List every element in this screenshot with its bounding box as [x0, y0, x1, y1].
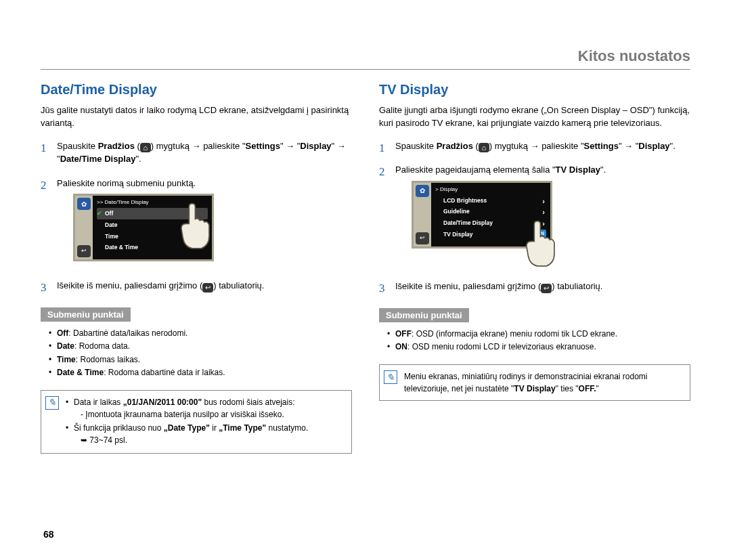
text: : Rodomas laikas. [76, 355, 140, 364]
step-2: Palieskite norimą submeniu punktą. >> Da… [41, 177, 352, 269]
step-2: Palieskite pageidaujamą elementą šalia "… [379, 163, 690, 269]
text: LCD Brightness [443, 197, 487, 204]
note-box: ✎ Data ir laikas „01/JAN/2011 00:00" bus… [41, 390, 352, 454]
back-icon [202, 283, 213, 293]
text: Spauskite [395, 141, 437, 151]
text: ON [395, 342, 407, 351]
device-screenshot: >> Date/Time Display ✔Off Date Time Date… [73, 194, 242, 268]
step-1: Spauskite Pradžios () mygtuką → palieski… [41, 139, 352, 166]
note-box: ✎ Meniu ekranas, miniatiūrų rodinys ir d… [379, 364, 690, 401]
home-icon [479, 143, 489, 152]
step-3: Išeikite iš meniu, paliesdami grįžimo ()… [41, 279, 352, 293]
text: " [596, 384, 599, 393]
gear-icon [77, 198, 91, 210]
list-item: OFF: OSD (informacija ekrane) meniu rodo… [387, 328, 690, 341]
text: Date & Time [57, 368, 104, 377]
text: : Rodoma dabartinė data ir laikas. [104, 368, 225, 377]
text: ) mygtuką [489, 141, 531, 151]
submenu-heading: Submeniu punktai [379, 308, 469, 322]
text: Display [300, 141, 331, 151]
arrow-icon: → [192, 141, 201, 151]
text: Pradžios [98, 141, 135, 151]
text: TV Display [514, 384, 555, 393]
text: Time [57, 355, 76, 364]
device-row: Guideline› [435, 206, 546, 217]
back-icon [77, 245, 91, 257]
back-icon [416, 232, 429, 244]
text: Display [638, 141, 669, 151]
text: Guideline [443, 208, 470, 215]
chevron-right-icon: › [542, 207, 545, 218]
section-title-right: TV Display [379, 82, 690, 98]
note-icon: ✎ [384, 370, 397, 384]
intro-right: Galite įjungti arba išjungti rodymo ekra… [379, 104, 690, 130]
steps-right: Spauskite Pradžios () mygtuką → palieski… [379, 139, 690, 293]
step-1: Spauskite Pradžios () mygtuką → palieski… [379, 139, 690, 153]
gear-icon [416, 185, 429, 197]
text: „Date Type" [164, 423, 210, 433]
arrow-icon: → [531, 141, 539, 151]
text: ir [210, 423, 219, 433]
text: Settings [246, 141, 280, 151]
text: Data ir laikas [74, 397, 123, 407]
text: " [619, 141, 624, 151]
list-item: ON: OSD meniu rodomi LCD ir televizoriau… [387, 341, 690, 353]
list-item: Date: Rodoma data. [49, 340, 352, 353]
arrow-icon: → [624, 141, 633, 151]
text: ) tabuliatorių. [213, 280, 264, 290]
text: ". [135, 154, 141, 164]
text: Ši funkcija priklauso nuo [74, 423, 164, 433]
text: Palieskite norimą submeniu punktą. [57, 178, 196, 188]
left-column: Date/Time Display Jūs galite nustatyti d… [41, 82, 352, 454]
submenu-list: OFF: OSD (informacija ekrane) meniu rodo… [379, 328, 690, 353]
text: „01/JAN/2011 00:00" [123, 397, 202, 407]
note-line: Data ir laikas „01/JAN/2011 00:00" bus r… [66, 396, 343, 421]
chevron-right-icon: › [542, 218, 545, 230]
submenu-heading: Submeniu punktai [41, 307, 131, 322]
text: Settings [584, 141, 619, 151]
list-item: Off: Dabartinė data/laikas nerodomi. [49, 327, 352, 340]
text: ( [473, 141, 479, 151]
text: bus rodomi šiais atvejais: [202, 397, 294, 407]
text: OFF [395, 329, 412, 339]
text: ( [135, 141, 140, 151]
text: - Įmontuota įkraunama baterija nusilpo a… [74, 408, 343, 421]
chevron-right-icon: › [542, 196, 545, 207]
right-column: TV Display Galite įjungti arba išjungti … [379, 82, 690, 454]
text: Palieskite pageidaujamą elementą šalia " [395, 165, 556, 175]
text: nustatymo. [266, 423, 308, 433]
text: OFF. [579, 384, 596, 393]
text: : OSD (informacija ekrane) meniu rodomi … [412, 329, 617, 339]
chapter-title: Kitos nuostatos [41, 47, 690, 70]
text: ". [670, 141, 675, 151]
intro-left: Jūs galite nustatyti datos ir laiko rody… [41, 104, 352, 130]
device-screenshot: > Display LCD Brightness› Guideline› Dat… [412, 181, 581, 269]
on-badge: ON [535, 230, 547, 238]
section-title-left: Date/Time Display [41, 82, 352, 98]
device-row: Date & Time [97, 242, 208, 253]
text: „Time Type" [219, 423, 266, 433]
text: TV Display [556, 165, 600, 175]
text: " [332, 141, 337, 151]
home-icon [140, 143, 151, 152]
text: ) mygtuką [151, 141, 192, 151]
device-row: TV DisplayON [435, 229, 546, 240]
text: Pradžios [437, 141, 473, 151]
step-3: Išeikite iš meniu, paliesdami grįžimo ()… [379, 280, 690, 293]
device-row: Date [97, 219, 208, 231]
device-row: Time [97, 231, 208, 242]
page-number: 68 [43, 529, 54, 540]
note-line: Ši funkcija priklauso nuo „Date Type" ir… [66, 422, 343, 446]
text: " ties " [556, 384, 579, 393]
arrow-icon: → [337, 141, 346, 151]
text: : OSD meniu rodomi LCD ir televizoriaus … [407, 342, 596, 351]
text: : Rodoma data. [74, 341, 130, 351]
text: Date/Time Display [443, 219, 493, 226]
note-icon: ✎ [45, 396, 59, 410]
text: Date/Time Display [60, 154, 136, 164]
submenu-list: Off: Dabartinė data/laikas nerodomi. Dat… [41, 327, 352, 379]
device-row: ✔Off [97, 208, 208, 219]
device-header: >> Date/Time Display [97, 198, 208, 207]
text: Išeikite iš meniu, paliesdami grįžimo ( [395, 281, 541, 291]
text: Išeikite iš meniu, paliesdami grįžimo ( [57, 280, 202, 290]
